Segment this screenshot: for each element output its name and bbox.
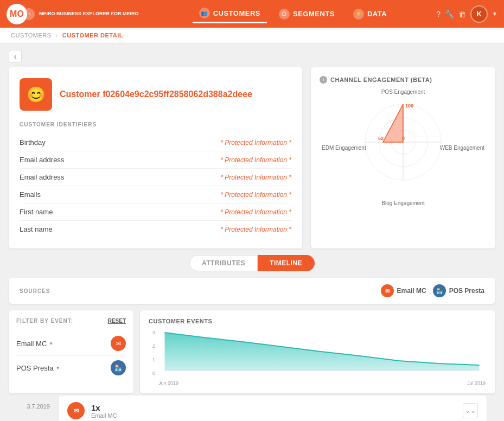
- avatar-emoji: 😊: [27, 86, 46, 104]
- identifier-row-email2: Email address * Protected Information *: [20, 169, 291, 186]
- chart-svg-area: Jun 2019 Jul 2019: [157, 330, 487, 386]
- logo-area: MO ○ MEIRO BUSINESS EXPLORER FOR MEIRO: [7, 4, 139, 24]
- customer-id: Customer f02604e9c2c95ff2858062d388a2dee…: [60, 90, 252, 99]
- source-badge-pos[interactable]: 🏪 POS Presta: [433, 284, 484, 297]
- identifiers-list: Birthday * Protected Information * Email…: [20, 134, 291, 238]
- chart-title: CUSTOMER EVENTS: [149, 318, 487, 324]
- header-tools: ? 🔧 🗑 K ▼: [436, 5, 497, 23]
- radar-label-pos: POS Engagement: [381, 89, 425, 95]
- email-mc-icon: ✉: [381, 284, 394, 297]
- identifier-row-email1: Email address * Protected Information *: [20, 151, 291, 169]
- source-badge-email[interactable]: ✉ Email MC: [381, 284, 426, 297]
- protected-value-email2: * Protected Information *: [220, 174, 291, 181]
- event-date-0: 3.7.2019: [17, 396, 50, 410]
- app-header: MO ○ MEIRO BUSINESS EXPLORER FOR MEIRO 👥…: [0, 0, 504, 28]
- filter-label: FILTER BY EVENT:: [16, 318, 73, 324]
- pos-presta-icon: 🏪: [433, 284, 446, 297]
- filter-pos-name[interactable]: POS Presta ▼: [16, 364, 60, 372]
- chart-panel: CUSTOMER EVENTS 3 2 1 0: [140, 310, 495, 393]
- filter-pos-icon: 🏪: [111, 360, 126, 375]
- svg-text:0: 0: [402, 136, 405, 141]
- tab-attributes[interactable]: ATTRIBUTES: [189, 255, 258, 271]
- x-label-end: Jul 2019: [467, 380, 486, 386]
- identifier-label-lastname: Last name: [20, 225, 53, 233]
- radar-chart: 100 52 0: [327, 88, 479, 196]
- tab-timeline[interactable]: TIMELINE: [258, 255, 315, 271]
- back-button[interactable]: ‹: [9, 50, 22, 63]
- breadcrumb-parent[interactable]: CUSTOMERS: [11, 32, 52, 39]
- settings-button[interactable]: 🔧: [445, 10, 454, 18]
- reset-button[interactable]: RESET: [108, 318, 126, 324]
- x-label-start: Jun 2019: [158, 380, 178, 386]
- main-nav: 👥 CUSTOMERS ⬡ SEGMENTS ⚡ DATA: [150, 4, 437, 23]
- filter-header: FILTER BY EVENT: RESET: [16, 318, 126, 324]
- bottom-section: FILTER BY EVENT: RESET Email MC ▼ ✉ POS …: [9, 310, 495, 393]
- sources-label: SOURCES: [20, 288, 50, 294]
- engagement-card: i CHANNEL ENGAGEMENT (BETA): [311, 67, 495, 248]
- identifier-row-lastname: Last name * Protected Information *: [20, 221, 291, 238]
- engagement-header: i CHANNEL ENGAGEMENT (BETA): [320, 76, 487, 84]
- y-label-2: 2: [149, 343, 155, 349]
- delete-button[interactable]: 🗑: [458, 10, 466, 18]
- identifier-label-birthday: Birthday: [20, 138, 46, 146]
- customer-avatar: 😊: [20, 78, 52, 111]
- area-chart-svg: [157, 330, 487, 379]
- protected-value-emails: * Protected Information *: [220, 191, 291, 199]
- user-avatar[interactable]: K: [470, 5, 488, 23]
- filter-pos-label: POS Presta: [16, 364, 54, 372]
- filter-email-label: Email MC: [16, 340, 47, 348]
- identifier-row-firstname: First name * Protected Information *: [20, 203, 291, 221]
- event-card-0: ✉ 1x Email MC ⌄⌄: [59, 396, 487, 421]
- email-dropdown-icon: ▼: [49, 341, 53, 346]
- email-mc-label: Email MC: [397, 287, 426, 295]
- radar-label-blog: Blog Engagement: [381, 200, 425, 206]
- event-count-0: 1x: [91, 403, 456, 412]
- radar-chart-container: 100 52 0 POS Engagement EDM Engagement W…: [327, 88, 479, 207]
- brand-text: MEIRO BUSINESS EXPLORER FOR MEIRO: [39, 11, 139, 17]
- identifiers-section-label: CUSTOMER IDENTIFIERS: [20, 122, 291, 127]
- pos-presta-label: POS Presta: [449, 287, 484, 295]
- identifier-label-emails: Emails: [20, 190, 41, 199]
- radar-label-web: WEB Engagement: [440, 145, 484, 151]
- logo-secondary: ○: [23, 8, 35, 20]
- main-content: ‹ 😊 Customer f02604e9c2c95ff2858062d388a…: [0, 43, 504, 421]
- identifier-label-firstname: First name: [20, 208, 53, 216]
- radar-label-edm: EDM Engagement: [322, 145, 366, 151]
- identifier-row-emails: Emails * Protected Information *: [20, 186, 291, 203]
- breadcrumb: CUSTOMERS › CUSTOMER DETAIL: [0, 28, 504, 43]
- y-label-0: 0: [149, 371, 155, 376]
- protected-value-birthday: * Protected Information *: [220, 139, 291, 146]
- identifier-row-birthday: Birthday * Protected Information *: [20, 134, 291, 151]
- protected-value-firstname: * Protected Information *: [220, 208, 291, 216]
- engagement-title: CHANNEL ENGAGEMENT (BETA): [330, 76, 432, 83]
- event-expand-0[interactable]: ⌄⌄: [463, 403, 478, 418]
- help-button[interactable]: ?: [436, 10, 441, 18]
- event-icon-0: ✉: [67, 402, 85, 419]
- filter-item-pos: POS Presta ▼ 🏪: [16, 356, 126, 380]
- y-axis: 3 2 1 0: [149, 330, 157, 386]
- sources-badges: ✉ Email MC 🏪 POS Presta: [381, 284, 484, 297]
- tabs-bar: ATTRIBUTES TIMELINE: [9, 255, 495, 271]
- top-section: 😊 Customer f02604e9c2c95ff2858062d388a2d…: [9, 67, 495, 248]
- dropdown-arrow-icon[interactable]: ▼: [492, 11, 497, 17]
- filter-email-name[interactable]: Email MC ▼: [16, 340, 53, 348]
- data-icon: ⚡: [353, 9, 364, 20]
- pos-dropdown-icon: ▼: [56, 366, 60, 371]
- nav-data[interactable]: ⚡ DATA: [347, 5, 393, 23]
- protected-value-lastname: * Protected Information *: [220, 226, 291, 233]
- nav-segments[interactable]: ⬡ SEGMENTS: [272, 5, 341, 23]
- y-label-1: 1: [149, 357, 155, 362]
- protected-value-email1: * Protected Information *: [220, 156, 291, 164]
- event-info-0: 1x Email MC: [91, 403, 456, 419]
- filter-panel: FILTER BY EVENT: RESET Email MC ▼ ✉ POS …: [9, 310, 133, 393]
- identifier-label-email1: Email address: [20, 156, 64, 164]
- info-icon: i: [320, 76, 327, 84]
- nav-customers[interactable]: 👥 CUSTOMERS: [193, 4, 267, 23]
- svg-text:52: 52: [378, 136, 384, 141]
- events-section: 3.7.2019 ✉ 1x Email MC ⌄⌄ 30.6.2019 ✉ 1x…: [9, 396, 495, 421]
- y-label-3: 3: [149, 330, 155, 335]
- identifier-label-email2: Email address: [20, 173, 64, 181]
- breadcrumb-separator: ›: [56, 32, 58, 39]
- svg-marker-5: [383, 104, 403, 142]
- chart-area: 3 2 1 0: [149, 330, 487, 386]
